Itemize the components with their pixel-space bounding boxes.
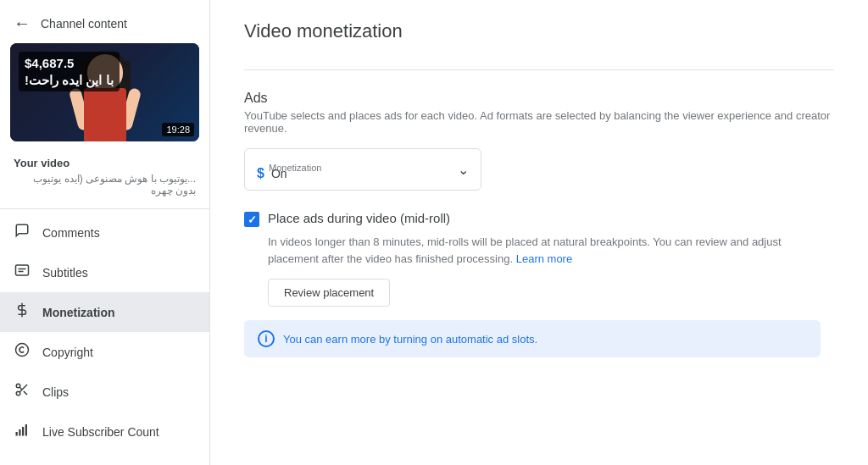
ads-description: YouTube selects and places ads for each … [244,109,834,135]
ads-section: Ads YouTube selects and places ads for e… [244,91,834,191]
subtitles-icon [14,263,31,282]
video-name: ...یوتیوب با هوش مصنوعی (ایده یوتیوب بدو… [0,171,209,205]
svg-rect-11 [19,429,20,436]
midroll-section: ✓ Place ads during video (mid-roll) In v… [244,211,834,357]
sidebar-item-copyright[interactable]: Copyright [0,332,209,372]
thumbnail-subtitle: !با این ایده راحت [25,72,114,89]
sidebar-divider [0,208,209,209]
sidebar-item-comments-label: Comments [42,226,100,240]
comments-icon [14,223,31,242]
back-button[interactable]: ← Channel content [0,0,209,43]
sidebar-item-subtitles-label: Subtitles [42,266,88,280]
midroll-header: ✓ Place ads during video (mid-roll) [244,211,834,227]
svg-rect-13 [25,424,27,436]
monetization-dropdown[interactable]: Monetization $ On ⌄ [244,148,481,191]
learn-more-link[interactable]: Learn more [516,252,572,265]
thumbnail-price: $4,687.5 [25,55,114,72]
section-divider [244,69,834,70]
dollar-icon: $ [257,166,264,181]
sidebar-title: Channel content [41,17,127,30]
sidebar-item-live-subscriber[interactable]: Live Subscriber Count [0,412,209,451]
ads-title: Ads [244,91,834,106]
sidebar-item-monetization[interactable]: Monetization [0,292,209,332]
sidebar-item-clips-label: Clips [42,385,69,399]
svg-rect-12 [22,427,24,436]
clips-icon [14,382,31,401]
sidebar-item-live-subscriber-label: Live Subscriber Count [42,425,159,439]
sidebar: ← Channel content $4,687.5 !با این ایده … [0,0,210,465]
sidebar-item-subtitles[interactable]: Subtitles [0,252,209,292]
sidebar-item-clips[interactable]: Clips [0,372,209,412]
sidebar-item-copyright-label: Copyright [42,346,93,359]
review-placement-button[interactable]: Review placement [268,279,390,307]
svg-line-9 [19,387,22,390]
anime-body [84,88,126,141]
copyright-icon [14,342,31,362]
page-title: Video monetization [244,20,834,42]
svg-rect-0 [16,265,29,275]
svg-rect-10 [16,432,18,436]
midroll-description: In videos longer than 8 minutes, mid-rol… [268,234,819,267]
info-banner-text: You can earn more by turning on automati… [283,333,537,346]
svg-point-4 [16,344,29,357]
svg-point-5 [16,384,20,388]
live-subscriber-icon [14,422,31,441]
main-content: Video monetization Ads YouTube selects a… [210,0,868,465]
info-banner: i You can earn more by turning on automa… [244,320,821,357]
monetization-icon [14,302,31,322]
svg-line-8 [24,391,27,395]
info-icon: i [258,330,275,347]
video-label: Your video [0,150,209,171]
chevron-down-icon: ⌄ [458,162,469,178]
monetization-field-label: Monetization [269,163,321,173]
sidebar-item-comments[interactable]: Comments [0,213,209,252]
midroll-title: Place ads during video (mid-roll) [268,211,450,225]
sidebar-item-monetization-label: Monetization [42,306,115,319]
thumbnail-price-overlay: $4,687.5 !با این ایده راحت [19,52,120,91]
thumbnail-duration: 19:28 [162,123,194,136]
back-arrow-icon: ← [14,14,31,33]
video-thumbnail: $4,687.5 !با این ایده راحت 19:28 [10,43,199,141]
checkmark-icon: ✓ [248,213,257,226]
svg-point-6 [16,391,20,396]
midroll-checkbox[interactable]: ✓ [244,212,259,227]
